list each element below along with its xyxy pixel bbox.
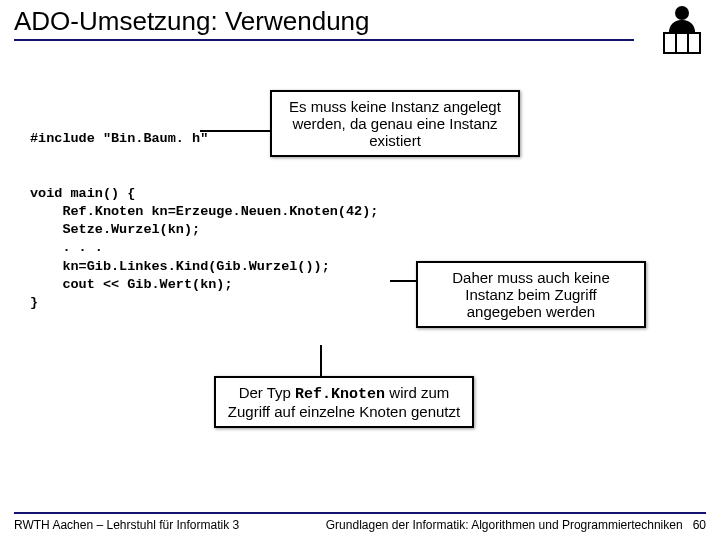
connector-line: [390, 280, 416, 282]
callout-access-note: Daher muss auch keine Instanz beim Zugri…: [416, 261, 646, 328]
title-wrap: ADO-Umsetzung: Verwendung: [14, 6, 634, 41]
code-line: void main() {: [30, 186, 135, 201]
page-number: 60: [693, 518, 706, 532]
callout-mono: Ref.Knoten: [295, 386, 385, 403]
code-block: #include "Bin.Baum. h" void main() { Ref…: [30, 130, 378, 312]
code-line: kn=Gib.Linkes.Kind(Gib.Wurzel());: [30, 259, 330, 274]
code-line: #include "Bin.Baum. h": [30, 131, 208, 146]
code-line: Setze.Wurzel(kn);: [30, 222, 200, 237]
slide-title: ADO-Umsetzung: Verwendung: [14, 6, 634, 41]
callout-refknoten-note: Der Typ Ref.Knoten wird zum Zugriff auf …: [214, 376, 474, 428]
code-line: cout << Gib.Wert(kn);: [30, 277, 233, 292]
footer-right: Grundlagen der Informatik: Algorithmen u…: [326, 518, 683, 532]
person-at-desk-icon: [660, 6, 704, 56]
slide-footer: RWTH Aachen – Lehrstuhl für Informatik 3…: [14, 512, 706, 532]
callout-instance-note: Es muss keine Instanz angelegt werden, d…: [270, 90, 520, 157]
connector-line: [200, 130, 270, 132]
footer-left: RWTH Aachen – Lehrstuhl für Informatik 3: [14, 518, 239, 532]
callout-text: Der Typ: [239, 384, 295, 401]
code-line: Ref.Knoten kn=Erzeuge.Neuen.Knoten(42);: [30, 204, 378, 219]
code-line: . . .: [30, 240, 103, 255]
code-line: }: [30, 295, 38, 310]
connector-line: [320, 345, 322, 376]
